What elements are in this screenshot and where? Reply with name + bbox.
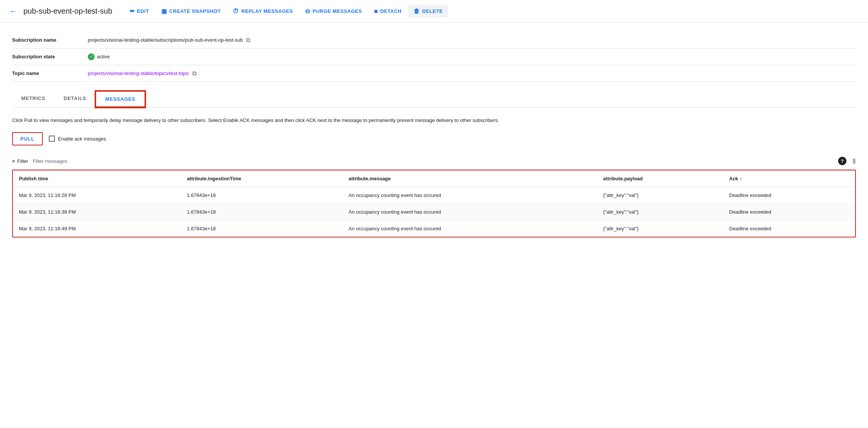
copy-subscription-name-icon[interactable]: ⧉ (246, 37, 250, 44)
cell-ingestion-time: 1.67843e+18 (181, 220, 342, 237)
toolbar-actions: ✏ EDIT ▣ CREATE SNAPSHOT ⏱ REPLAY MESSAG… (124, 5, 448, 18)
cell-payload: {"attr_key":"val"} (597, 220, 723, 237)
replay-icon: ⏱ (233, 8, 239, 15)
topic-name-row: Topic name projects/visionai-testing-sta… (12, 65, 856, 82)
filter-icon: ≡ (12, 158, 15, 164)
messages-table: Publish time attribute.ingestionTime att… (13, 170, 855, 237)
col-publish-time: Publish time (13, 170, 181, 187)
table-row: Mar 9, 2023, 11:16:28 PM 1.67843e+18 An … (13, 187, 855, 203)
enable-ack-row: Enable ack messages (49, 136, 106, 142)
info-section: Subscription name projects/visionai-test… (0, 23, 868, 82)
tab-messages[interactable]: MESSAGES (95, 91, 145, 108)
filter-row: ≡ Filter Filter messages ? ⦀ (12, 153, 856, 170)
create-snapshot-button[interactable]: ▣ CREATE SNAPSHOT (156, 5, 226, 18)
delete-button[interactable]: 🗑 DELETE (408, 5, 448, 18)
cell-publish-time: Mar 9, 2023, 11:16:49 PM (13, 220, 181, 237)
cell-ack: Deadline exceeded (723, 187, 855, 203)
table-row: Mar 9, 2023, 11:16:38 PM 1.67843e+18 An … (13, 203, 855, 220)
col-ingestion-time: attribute.ingestionTime (181, 170, 342, 187)
help-icon[interactable]: ? (838, 157, 846, 165)
cell-payload: {"attr_key":"val"} (597, 203, 723, 220)
filter-actions: ? ⦀ (838, 157, 856, 166)
tab-metrics[interactable]: METRICS (12, 91, 54, 108)
subscription-name-value: projects/visionai-testing-stable/subscri… (88, 37, 243, 43)
copy-topic-name-icon[interactable]: ⧉ (192, 70, 196, 77)
col-payload: attribute.payload (597, 170, 723, 187)
edit-icon: ✏ (130, 8, 135, 15)
table-header-row: Publish time attribute.ingestionTime att… (13, 170, 855, 187)
tabs: METRICS DETAILS MESSAGES (12, 91, 856, 108)
tabs-section: METRICS DETAILS MESSAGES (0, 91, 868, 108)
back-button[interactable]: ← (9, 6, 17, 16)
subscription-name-label: Subscription name (12, 37, 88, 43)
col-message: attribute.message (342, 170, 597, 187)
enable-ack-checkbox[interactable] (49, 136, 55, 142)
cell-ingestion-time: 1.67843e+18 (181, 187, 342, 203)
cell-payload: {"attr_key":"val"} (597, 187, 723, 203)
page-title: pub-sub-event-op-test-sub (23, 7, 112, 16)
cell-message: An occupancy counting event has occured (342, 187, 597, 203)
tab-details[interactable]: DETAILS (54, 91, 95, 108)
back-icon: ← (9, 6, 17, 16)
instructions-text: Click Pull to view messages and temporar… (12, 117, 542, 125)
active-status-icon: ✓ (88, 53, 95, 60)
table-row: Mar 9, 2023, 11:16:49 PM 1.67843e+18 An … (13, 220, 855, 237)
filter-label: Filter (17, 158, 28, 164)
cell-ack: Deadline exceeded (723, 203, 855, 220)
topic-name-link[interactable]: projects/visionai-testing-stable/topics/… (88, 70, 189, 76)
purge-icon: ⊖ (305, 8, 310, 15)
topic-name-label: Topic name (12, 70, 88, 76)
filter-placeholder: Filter messages (33, 158, 838, 164)
columns-icon[interactable]: ⦀ (852, 157, 856, 166)
detach-button[interactable]: ■ DETACH (369, 5, 407, 18)
snapshot-icon: ▣ (161, 8, 167, 15)
col-ack: Ack ↑ (723, 170, 855, 187)
cell-message: An occupancy counting event has occured (342, 220, 597, 237)
delete-icon: 🗑 (414, 8, 420, 15)
cell-ingestion-time: 1.67843e+18 (181, 203, 342, 220)
detach-icon: ■ (374, 8, 378, 15)
edit-button[interactable]: ✏ EDIT (124, 5, 154, 18)
pull-row: PULL Enable ack messages (12, 132, 856, 145)
ack-sort-icon: ↑ (739, 176, 742, 181)
subscription-name-row: Subscription name projects/visionai-test… (12, 32, 856, 48)
toolbar: ← pub-sub-event-op-test-sub ✏ EDIT ▣ CRE… (0, 0, 868, 23)
enable-ack-label: Enable ack messages (58, 136, 106, 142)
purge-messages-button[interactable]: ⊖ PURGE MESSAGES (300, 5, 367, 18)
subscription-state-row: Subscription state ✓ active (12, 48, 856, 65)
cell-publish-time: Mar 9, 2023, 11:16:38 PM (13, 203, 181, 220)
cell-publish-time: Mar 9, 2023, 11:16:28 PM (13, 187, 181, 203)
filter-button[interactable]: ≡ Filter (12, 158, 28, 164)
messages-table-container: Publish time attribute.ingestionTime att… (12, 170, 856, 237)
pull-button[interactable]: PULL (12, 132, 43, 145)
table-body: Mar 9, 2023, 11:16:28 PM 1.67843e+18 An … (13, 187, 855, 237)
content-area: Click Pull to view messages and temporar… (0, 108, 868, 247)
cell-ack: Deadline exceeded (723, 220, 855, 237)
replay-messages-button[interactable]: ⏱ REPLAY MESSAGES (227, 5, 298, 18)
cell-message: An occupancy counting event has occured (342, 203, 597, 220)
subscription-state-label: Subscription state (12, 54, 88, 59)
subscription-state-value: ✓ active (88, 53, 110, 60)
